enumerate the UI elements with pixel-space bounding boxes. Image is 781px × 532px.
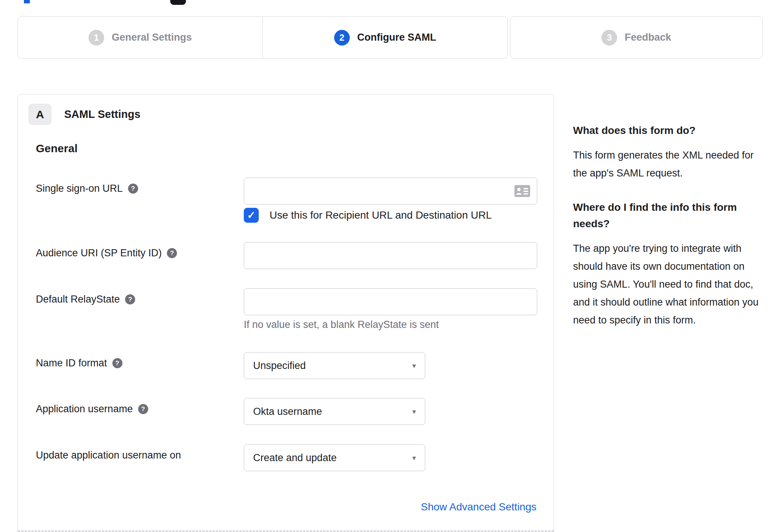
help-body-where: The app you're trying to integrate with … [573, 240, 765, 329]
recipient-url-checkbox-label[interactable]: Use this for Recipient URL and Destinati… [270, 209, 492, 221]
help-icon[interactable]: ? [167, 248, 177, 258]
chevron-down-icon: ▾ [412, 407, 416, 416]
field-label-text: Application username [36, 403, 133, 415]
section-dashed-divider [18, 531, 554, 532]
name-id-format-select[interactable]: Unspecified ▾ [244, 352, 425, 379]
application-username-select[interactable]: Okta username ▾ [244, 398, 425, 425]
header-fragment-logo [170, 0, 186, 5]
help-heading-what: What does this form do? [573, 122, 765, 139]
step-number-badge: 2 [334, 30, 350, 46]
field-label-text: Update application username on [36, 450, 181, 461]
select-value: Create and update [253, 452, 412, 464]
chevron-down-icon: ▾ [412, 454, 416, 462]
stepper-box-left: 1 General Settings 2 Configure SAML [18, 16, 508, 59]
help-icon[interactable]: ? [128, 184, 138, 194]
stepper-box-right: 3 Feedback [510, 16, 763, 59]
step-general-settings[interactable]: 1 General Settings [18, 17, 262, 58]
help-icon[interactable]: ? [125, 294, 135, 304]
field-label-text: Single sign-on URL [36, 183, 123, 194]
select-value: Unspecified [253, 360, 412, 372]
step-label: General Settings [112, 32, 192, 43]
relaystate-hint: If no value is set, a blank RelayState i… [244, 319, 439, 331]
wizard-stepper: 1 General Settings 2 Configure SAML 3 Fe… [18, 16, 763, 59]
step-label: Configure SAML [357, 32, 436, 43]
default-relaystate-input[interactable] [244, 288, 537, 315]
chevron-down-icon: ▾ [412, 362, 416, 370]
step-label: Feedback [625, 32, 671, 43]
single-sign-on-url-input[interactable] [244, 178, 537, 204]
step-number-badge: 3 [601, 30, 617, 46]
field-label-text: Default RelayState [36, 294, 120, 305]
panel-title: SAML Settings [64, 108, 140, 121]
help-icon[interactable]: ? [138, 404, 148, 414]
help-heading-where: Where do I find the info this form needs… [573, 199, 765, 232]
help-sidebar: What does this form do? This form genera… [573, 122, 765, 346]
update-application-username-select[interactable]: Create and update ▾ [244, 444, 425, 471]
saml-settings-panel: A SAML Settings General Single sign-on U… [18, 94, 554, 532]
field-label-update-application-username: Update application username on [36, 450, 181, 461]
step-number-badge: 1 [88, 30, 104, 46]
field-label-audience-uri: Audience URI (SP Entity ID) ? [36, 247, 177, 259]
field-label-name-id-format: Name ID format ? [36, 357, 122, 369]
help-icon[interactable]: ? [112, 358, 122, 368]
section-a-badge: A [28, 104, 52, 125]
panel-header: A SAML Settings [28, 104, 140, 125]
recipient-url-checkbox-row: ✓ Use this for Recipient URL and Destina… [244, 208, 492, 223]
recipient-url-checkbox[interactable]: ✓ [244, 208, 259, 223]
field-label-text: Name ID format [36, 357, 107, 369]
field-label-application-username: Application username ? [36, 403, 148, 415]
step-feedback[interactable]: 3 Feedback [510, 17, 762, 58]
field-label-single-sign-on-url: Single sign-on URL ? [36, 183, 138, 194]
show-advanced-settings-link[interactable]: Show Advanced Settings [421, 501, 536, 513]
field-label-text: Audience URI (SP Entity ID) [36, 247, 162, 259]
header-fragment-blue [24, 0, 30, 3]
general-group-heading: General [36, 142, 78, 155]
step-configure-saml[interactable]: 2 Configure SAML [262, 17, 507, 58]
field-label-default-relaystate: Default RelayState ? [36, 294, 135, 305]
audience-uri-input[interactable] [244, 242, 537, 269]
help-body-what: This form generates the XML needed for t… [573, 146, 765, 182]
contact-card-icon [514, 185, 530, 197]
select-value: Okta username [253, 406, 412, 417]
